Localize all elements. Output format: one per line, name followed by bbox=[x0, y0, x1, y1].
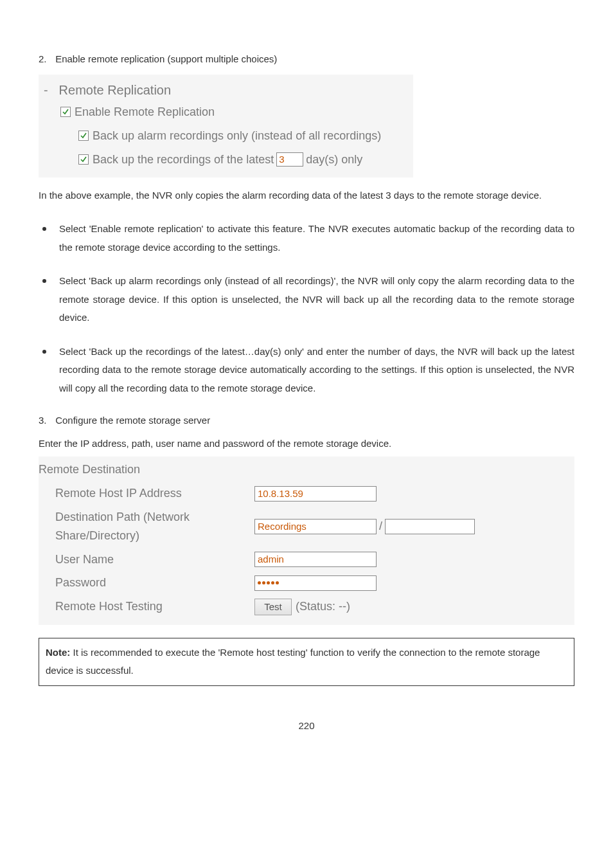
path-slash: / bbox=[379, 517, 382, 536]
backup-latest-days-label-b: day(s) only bbox=[306, 150, 362, 169]
backup-days-input[interactable]: 3 bbox=[276, 152, 303, 167]
remote-replication-title: Remote Replication bbox=[59, 83, 172, 97]
note-bold: Note: bbox=[46, 647, 70, 658]
backup-alarm-only-row[interactable]: Back up alarm recordings only (instead o… bbox=[78, 124, 408, 148]
remote-host-testing-row: Remote Host Testing Test (Status: --) bbox=[39, 595, 569, 619]
backup-latest-days-label-a: Back up the recordings of the latest bbox=[93, 150, 274, 169]
remote-host-ip-row: Remote Host IP Address 10.8.13.59 bbox=[39, 482, 569, 505]
username-label: User Name bbox=[39, 550, 254, 569]
note-text: It is recommended to execute the 'Remote… bbox=[46, 647, 540, 676]
test-button[interactable]: Test bbox=[254, 599, 292, 615]
remote-destination-panel: Remote Destination Remote Host IP Addres… bbox=[39, 457, 574, 625]
bullet-2: Select 'Back up alarm recordings only (i… bbox=[39, 272, 574, 327]
remote-destination-title: Remote Destination bbox=[39, 460, 569, 479]
step-3-text: Configure the remote storage server bbox=[55, 415, 210, 426]
destination-path-label: Destination Path (Network Share/Director… bbox=[39, 508, 254, 545]
remote-host-testing-label: Remote Host Testing bbox=[39, 597, 254, 616]
backup-latest-days-row[interactable]: Back up the recordings of the latest 3 d… bbox=[78, 148, 408, 172]
step-2-text: Enable remote replication (support multi… bbox=[55, 53, 277, 64]
destination-share-input[interactable]: Recordings bbox=[254, 519, 377, 534]
remote-host-ip-label: Remote Host IP Address bbox=[39, 484, 254, 503]
remote-replication-title-row: - Remote Replication bbox=[44, 80, 408, 100]
bullet-1: Select 'Enable remote replication' to ac… bbox=[39, 220, 574, 257]
step-2-line: 2. Enable remote replication (support mu… bbox=[39, 51, 574, 67]
step-3-number: 3. bbox=[39, 413, 53, 428]
enable-remote-replication-checkbox[interactable] bbox=[60, 107, 71, 117]
backup-alarm-only-checkbox[interactable] bbox=[78, 131, 89, 141]
backup-latest-days-checkbox[interactable] bbox=[78, 154, 89, 165]
collapse-dash-icon[interactable]: - bbox=[44, 80, 55, 100]
destination-path-row: Destination Path (Network Share/Director… bbox=[39, 505, 569, 548]
paragraph-example: In the above example, the NVR only copie… bbox=[39, 188, 574, 203]
enable-remote-replication-row[interactable]: Enable Remote Replication bbox=[60, 100, 408, 124]
bullet-3: Select 'Back up the recordings of the la… bbox=[39, 343, 574, 398]
step-2-number: 2. bbox=[39, 51, 53, 67]
password-input[interactable] bbox=[254, 575, 377, 591]
backup-alarm-only-label: Back up alarm recordings only (instead o… bbox=[93, 127, 381, 145]
step-3-line: 3. Configure the remote storage server bbox=[39, 413, 574, 428]
paragraph-enter-ip: Enter the IP address, path, user name an… bbox=[39, 436, 574, 451]
test-status: (Status: --) bbox=[296, 597, 350, 616]
destination-directory-input[interactable] bbox=[385, 519, 475, 534]
password-row: Password bbox=[39, 571, 569, 595]
remote-host-ip-input[interactable]: 10.8.13.59 bbox=[254, 486, 377, 502]
bullet-list: Select 'Enable remote replication' to ac… bbox=[39, 220, 574, 397]
enable-remote-replication-label: Enable Remote Replication bbox=[75, 103, 215, 122]
note-box: Note: It is recommended to execute the '… bbox=[39, 638, 574, 686]
page-number: 220 bbox=[39, 718, 574, 734]
remote-replication-panel: - Remote Replication Enable Remote Repli… bbox=[39, 75, 413, 177]
password-label: Password bbox=[39, 574, 254, 592]
username-input[interactable]: admin bbox=[254, 552, 377, 567]
username-row: User Name admin bbox=[39, 548, 569, 572]
password-mask-icon bbox=[258, 581, 279, 584]
